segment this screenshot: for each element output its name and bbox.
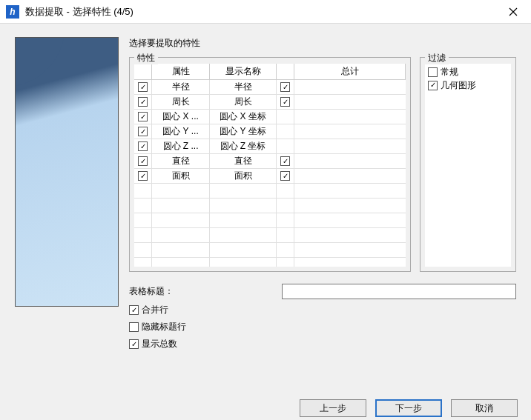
table-row bbox=[134, 228, 406, 243]
cancel-button[interactable]: 取消 bbox=[451, 399, 518, 417]
sum-cell bbox=[294, 95, 406, 109]
display-cell[interactable]: 周长 bbox=[210, 95, 277, 109]
attr-checkbox[interactable] bbox=[138, 127, 148, 136]
hide-header-option[interactable]: 隐藏标题行 bbox=[129, 321, 516, 333]
button-bar: 上一步 下一步 取消 bbox=[0, 395, 531, 420]
back-button[interactable]: 上一步 bbox=[300, 399, 366, 417]
window-title: 数据提取 - 选择特性 (4/5) bbox=[25, 5, 498, 19]
wizard-dialog: h 数据提取 - 选择特性 (4/5) 选择要提取的特性 特性 属性 显示名称 bbox=[0, 0, 531, 420]
display-cell[interactable]: 面积 bbox=[210, 169, 277, 183]
table-body: 半径半径周长周长圆心 X ...圆心 X 坐标圆心 Y ...圆心 Y 坐标圆心… bbox=[134, 80, 406, 267]
sum-cell bbox=[294, 169, 406, 183]
filter-label: 常规 bbox=[441, 66, 458, 79]
app-icon: h bbox=[6, 5, 19, 19]
sum-cell bbox=[294, 124, 406, 139]
table-row bbox=[134, 199, 406, 213]
display-cell[interactable]: 直径 bbox=[210, 154, 277, 168]
sum-cell bbox=[294, 139, 406, 153]
display-cell[interactable]: 圆心 Z 坐标 bbox=[210, 139, 277, 153]
show-totals-checkbox[interactable] bbox=[129, 339, 139, 349]
attr-cell[interactable]: 半径 bbox=[152, 80, 210, 94]
table-row[interactable]: 直径直径 bbox=[134, 154, 406, 169]
table-row bbox=[134, 184, 406, 199]
filter-list: 常规几何图形 bbox=[425, 64, 511, 267]
header-attr[interactable]: 属性 bbox=[152, 64, 210, 80]
show-totals-label: 显示总数 bbox=[142, 338, 177, 350]
hide-header-label: 隐藏标题行 bbox=[142, 321, 186, 333]
hide-header-checkbox[interactable] bbox=[129, 322, 139, 332]
attr-checkbox[interactable] bbox=[138, 156, 148, 166]
properties-legend: 特性 bbox=[134, 52, 158, 64]
attr-checkbox[interactable] bbox=[138, 171, 148, 181]
table-title-label: 表格标题： bbox=[129, 285, 277, 298]
dialog-body: 选择要提取的特性 特性 属性 显示名称 总计 半径半径周长周长圆心 X ...圆… bbox=[0, 24, 531, 395]
close-icon bbox=[509, 7, 518, 16]
titlebar: h 数据提取 - 选择特性 (4/5) bbox=[0, 0, 531, 24]
table-row[interactable]: 圆心 Y ...圆心 Y 坐标 bbox=[134, 124, 406, 139]
attr-checkbox[interactable] bbox=[138, 112, 148, 121]
filter-group: 过滤 常规几何图形 bbox=[420, 57, 516, 272]
show-totals-option[interactable]: 显示总数 bbox=[129, 338, 516, 350]
attr-cell[interactable]: 圆心 X ... bbox=[152, 110, 210, 124]
wizard-preview-image bbox=[15, 37, 119, 307]
filter-checkbox[interactable] bbox=[428, 81, 438, 90]
sum-checkbox[interactable] bbox=[280, 82, 290, 92]
filter-item[interactable]: 常规 bbox=[428, 65, 508, 79]
attr-cell[interactable]: 周长 bbox=[152, 95, 210, 109]
table-row bbox=[134, 258, 406, 267]
display-cell[interactable]: 圆心 X 坐标 bbox=[210, 110, 277, 124]
sum-checkbox[interactable] bbox=[280, 156, 290, 166]
filter-legend: 过滤 bbox=[425, 52, 449, 64]
header-display[interactable]: 显示名称 bbox=[210, 64, 277, 80]
main-column: 选择要提取的特性 特性 属性 显示名称 总计 半径半径周长周长圆心 X ...圆… bbox=[129, 37, 516, 384]
table-row[interactable]: 圆心 X ...圆心 X 坐标 bbox=[134, 110, 406, 124]
table-title-row: 表格标题： bbox=[129, 284, 516, 299]
properties-table: 属性 显示名称 总计 半径半径周长周长圆心 X ...圆心 X 坐标圆心 Y .… bbox=[134, 64, 406, 267]
sum-checkbox[interactable] bbox=[280, 97, 290, 107]
filter-checkbox[interactable] bbox=[428, 67, 438, 77]
sum-cell bbox=[294, 80, 406, 94]
display-cell[interactable]: 圆心 Y 坐标 bbox=[210, 124, 277, 139]
attr-cell[interactable]: 圆心 Z ... bbox=[152, 139, 210, 153]
attr-cell[interactable]: 圆心 Y ... bbox=[152, 124, 210, 139]
merge-rows-label: 合并行 bbox=[142, 304, 168, 316]
table-row bbox=[134, 243, 406, 258]
filter-label: 几何图形 bbox=[441, 79, 476, 92]
merge-rows-option[interactable]: 合并行 bbox=[129, 304, 516, 316]
header-sum[interactable]: 总计 bbox=[294, 64, 406, 80]
header-sum-check bbox=[277, 64, 294, 80]
table-row[interactable]: 面积面积 bbox=[134, 169, 406, 184]
attr-checkbox[interactable] bbox=[138, 82, 148, 92]
table-row[interactable]: 圆心 Z ...圆心 Z 坐标 bbox=[134, 139, 406, 154]
table-row[interactable]: 周长周长 bbox=[134, 95, 406, 110]
table-header: 属性 显示名称 总计 bbox=[134, 64, 406, 80]
filter-item[interactable]: 几何图形 bbox=[428, 79, 508, 92]
next-button[interactable]: 下一步 bbox=[375, 399, 442, 417]
header-attr-check bbox=[134, 64, 152, 80]
table-row[interactable]: 半径半径 bbox=[134, 80, 406, 95]
close-button[interactable] bbox=[498, 0, 528, 24]
mid-row: 特性 属性 显示名称 总计 半径半径周长周长圆心 X ...圆心 X 坐标圆心 … bbox=[129, 57, 516, 272]
sum-cell bbox=[294, 154, 406, 168]
sum-cell bbox=[294, 110, 406, 124]
attr-checkbox[interactable] bbox=[138, 97, 148, 107]
table-row bbox=[134, 213, 406, 228]
attr-cell[interactable]: 直径 bbox=[152, 154, 210, 168]
instruction-text: 选择要提取的特性 bbox=[129, 37, 516, 50]
attr-checkbox[interactable] bbox=[138, 141, 148, 151]
sum-checkbox[interactable] bbox=[280, 171, 290, 181]
display-cell[interactable]: 半径 bbox=[210, 80, 277, 94]
table-title-input[interactable] bbox=[282, 284, 516, 299]
attr-cell[interactable]: 面积 bbox=[152, 169, 210, 183]
merge-rows-checkbox[interactable] bbox=[129, 305, 139, 315]
properties-group: 特性 属性 显示名称 总计 半径半径周长周长圆心 X ...圆心 X 坐标圆心 … bbox=[129, 57, 411, 272]
